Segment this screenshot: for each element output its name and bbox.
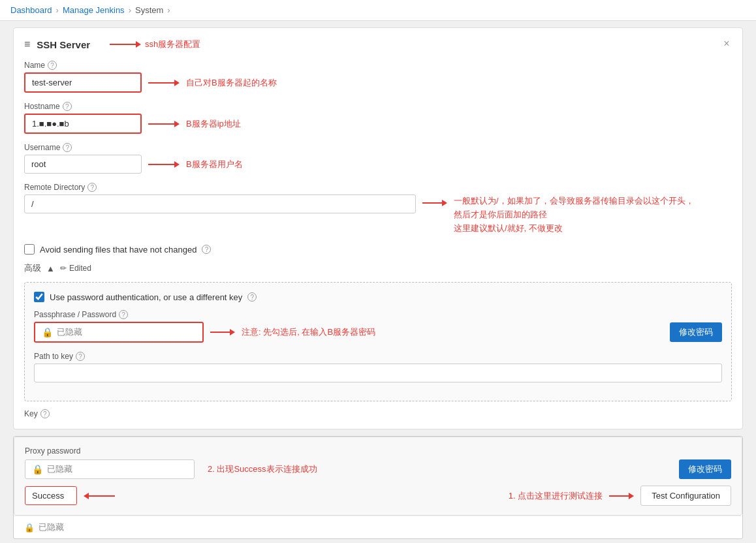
path-to-key-label: Path to key ? bbox=[34, 352, 722, 361]
hostname-field-group: Hostname ? B服务器ip地址 bbox=[24, 102, 732, 134]
name-field-group: Name ? 自己对B服务器起的名称 bbox=[24, 61, 732, 93]
name-label: Name ? bbox=[24, 61, 732, 70]
name-input[interactable] bbox=[24, 72, 142, 93]
remote-dir-annotation: 一般默认为/，如果加了，会导致服务器传输目录会以这个开头， 然后才是你后面加的路… bbox=[454, 194, 694, 235]
hostname-help-icon[interactable]: ? bbox=[63, 102, 72, 111]
bottom-hidden-row: 🔒 已隐藏 bbox=[14, 516, 742, 538]
passphrase-arrow bbox=[210, 329, 235, 335]
success-box: Success bbox=[25, 486, 77, 505]
remote-dir-help-icon[interactable]: ? bbox=[87, 183, 97, 192]
success-area: Success bbox=[25, 486, 115, 505]
breadcrumb-manage-jenkins[interactable]: Manage Jenkins bbox=[63, 5, 125, 15]
hostname-input-row: B服务器ip地址 bbox=[24, 114, 732, 134]
avoid-sending-label: Avoid sending files that have not change… bbox=[40, 245, 197, 255]
breadcrumb: Dashboard › Manage Jenkins › System › bbox=[0, 0, 756, 21]
path-to-key-input[interactable] bbox=[34, 364, 722, 382]
remote-dir-label: Remote Directory ? bbox=[24, 183, 732, 192]
card-title: SSH Server bbox=[37, 39, 90, 50]
bottom-panel-wrapper: Proxy password 🔒 已隐藏 2. 出现Success表示连接成功 … bbox=[13, 436, 743, 539]
edit-badge: ✏ Edited bbox=[60, 264, 91, 273]
ssh-title-annotation: ssh服务器配置 bbox=[145, 39, 200, 50]
key-help-icon[interactable]: ? bbox=[40, 409, 50, 418]
username-input-row: B服务器用户名 bbox=[24, 155, 732, 174]
passphrase-field: 🔒 已隐藏 bbox=[34, 322, 204, 343]
menu-icon: ≡ bbox=[24, 39, 30, 50]
main-content: ≡ SSH Server ssh服务器配置 × Name ? bbox=[0, 21, 756, 543]
proxy-hidden-text: 已隐藏 bbox=[47, 463, 72, 475]
bottom-action-row: Success 1. 点击这里进行测试连接 Test Configuration bbox=[25, 486, 731, 506]
passphrase-field-group: Passphrase / Password ? 🔒 已隐藏 注意: 先勾选后, … bbox=[34, 310, 722, 343]
avoid-sending-checkbox[interactable] bbox=[24, 244, 35, 255]
pencil-icon: ✏ bbox=[60, 264, 67, 273]
passphrase-label: Passphrase / Password ? bbox=[34, 310, 722, 319]
proxy-lock-icon: 🔒 bbox=[32, 464, 43, 474]
hostname-annotation: B服务器ip地址 bbox=[186, 118, 241, 130]
use-password-checkbox[interactable] bbox=[34, 292, 44, 302]
test-configuration-button[interactable]: Test Configuration bbox=[640, 486, 731, 506]
annotation1-text: 1. 点击这里进行测试连接 bbox=[509, 490, 603, 502]
remote-dir-input[interactable] bbox=[24, 194, 416, 213]
use-password-help-icon[interactable]: ? bbox=[247, 292, 257, 302]
proxy-password-label: Proxy password bbox=[25, 446, 731, 456]
name-annotation: 自己对B服务器起的名称 bbox=[186, 77, 277, 89]
csdn-watermark: CSDN @xqh_??? bbox=[13, 539, 743, 543]
lock-icon: 🔒 bbox=[42, 327, 53, 337]
avoid-sending-help-icon[interactable]: ? bbox=[202, 245, 211, 254]
path-to-key-group: Path to key ? bbox=[34, 352, 722, 382]
path-to-key-help-icon[interactable]: ? bbox=[76, 352, 85, 361]
name-input-row: 自己对B服务器起的名称 bbox=[24, 72, 732, 93]
advanced-label: 高级 bbox=[24, 262, 41, 274]
test-config-arrow bbox=[609, 493, 634, 499]
proxy-modify-button[interactable]: 修改密码 bbox=[679, 459, 731, 479]
passphrase-hidden-text: 已隐藏 bbox=[57, 326, 82, 338]
username-label: Username ? bbox=[24, 143, 732, 152]
advanced-row[interactable]: 高级 ▲ ✏ Edited bbox=[24, 262, 732, 274]
proxy-password-field: 🔒 已隐藏 bbox=[25, 459, 195, 479]
card-header: ≡ SSH Server ssh服务器配置 × bbox=[24, 39, 732, 50]
breadcrumb-sep1: › bbox=[56, 5, 59, 15]
bottom-lock-icon: 🔒 bbox=[24, 523, 35, 533]
advanced-section: Use password authentication, or use a di… bbox=[24, 282, 732, 401]
username-input[interactable] bbox=[24, 155, 142, 174]
username-field-group: Username ? B服务器用户名 bbox=[24, 143, 732, 174]
passphrase-help-icon[interactable]: ? bbox=[119, 310, 128, 319]
breadcrumb-dashboard[interactable]: Dashboard bbox=[10, 5, 52, 15]
test-config-area: 1. 点击这里进行测试连接 Test Configuration bbox=[509, 486, 731, 506]
hostname-label: Hostname ? bbox=[24, 102, 732, 111]
bottom-panel: Proxy password 🔒 已隐藏 2. 出现Success表示连接成功 … bbox=[14, 437, 742, 516]
use-password-label: Use password authentication, or use a di… bbox=[50, 292, 242, 302]
remote-dir-arrow bbox=[422, 200, 447, 206]
breadcrumb-system: System bbox=[135, 5, 163, 15]
remote-dir-field-group: Remote Directory ? 一般默认为/，如果加了，会导致服务器传输目… bbox=[24, 183, 732, 235]
ssh-title-arrow bbox=[110, 41, 141, 48]
proxy-password-row: 🔒 已隐藏 2. 出现Success表示连接成功 修改密码 bbox=[25, 459, 731, 479]
avoid-sending-row: Avoid sending files that have not change… bbox=[24, 244, 732, 255]
annotation2-text: 2. 出现Success表示连接成功 bbox=[208, 463, 317, 475]
name-help-icon[interactable]: ? bbox=[48, 61, 57, 70]
bottom-hidden-text: 已隐藏 bbox=[39, 521, 64, 533]
chevron-up-icon: ▲ bbox=[46, 264, 55, 273]
breadcrumb-sep3: › bbox=[167, 5, 170, 15]
username-help-icon[interactable]: ? bbox=[63, 143, 72, 152]
passphrase-annotation: 注意: 先勾选后, 在输入B服务器密码 bbox=[242, 326, 375, 338]
hostname-input[interactable] bbox=[24, 114, 142, 134]
username-arrow bbox=[148, 161, 180, 168]
use-password-row: Use password authentication, or use a di… bbox=[34, 292, 722, 302]
username-annotation: B服务器用户名 bbox=[186, 159, 243, 170]
key-row-partial: Key ? bbox=[24, 409, 732, 418]
remote-dir-row: 一般默认为/，如果加了，会导致服务器传输目录会以这个开头， 然后才是你后面加的路… bbox=[24, 194, 732, 235]
edited-label: Edited bbox=[69, 264, 91, 273]
hostname-arrow bbox=[148, 121, 180, 127]
breadcrumb-sep2: › bbox=[129, 5, 131, 15]
success-arrow bbox=[84, 493, 115, 499]
close-button[interactable]: × bbox=[719, 36, 734, 52]
modify-password-button[interactable]: 修改密码 bbox=[670, 322, 722, 342]
name-arrow bbox=[148, 80, 180, 86]
ssh-server-card: ≡ SSH Server ssh服务器配置 × Name ? bbox=[13, 27, 743, 429]
passphrase-row: 🔒 已隐藏 注意: 先勾选后, 在输入B服务器密码 修改密码 bbox=[34, 322, 722, 343]
